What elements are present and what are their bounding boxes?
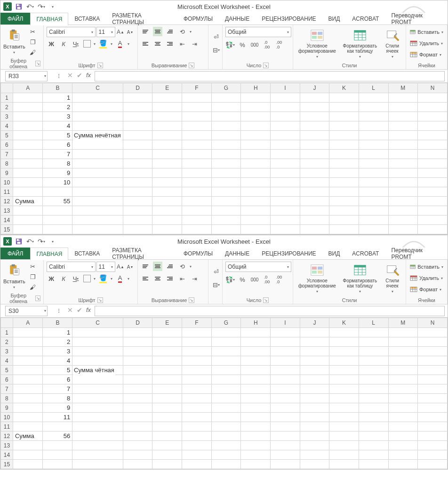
cell[interactable]: [388, 225, 418, 234]
cell[interactable]: [13, 140, 43, 150]
cell[interactable]: [271, 112, 300, 121]
cell[interactable]: [72, 150, 123, 159]
cell[interactable]: [13, 168, 43, 178]
accounting-button[interactable]: 💱▾: [225, 40, 235, 49]
align-right-icon[interactable]: [165, 39, 175, 48]
enter-icon[interactable]: ✔: [77, 306, 82, 316]
cell[interactable]: [359, 366, 388, 375]
cell[interactable]: [152, 403, 182, 413]
column-header[interactable]: B: [43, 318, 72, 328]
align-launcher[interactable]: ↘: [189, 297, 194, 303]
cell[interactable]: [329, 347, 359, 356]
cell[interactable]: [241, 206, 271, 216]
cell[interactable]: [418, 441, 448, 450]
copy-button[interactable]: ❐: [28, 272, 38, 281]
cell[interactable]: [271, 441, 300, 450]
ribbon-tab[interactable]: РЕЦЕНЗИРОВАНИЕ: [256, 247, 322, 259]
column-header[interactable]: D: [123, 83, 152, 93]
select-all-corner[interactable]: [1, 318, 13, 328]
comma-button[interactable]: 000: [250, 40, 259, 49]
cell[interactable]: [359, 441, 388, 450]
cell[interactable]: [72, 187, 123, 197]
decrease-font-icon[interactable]: A▼: [126, 27, 135, 37]
cell[interactable]: [241, 150, 271, 159]
column-header[interactable]: N: [418, 318, 448, 328]
cell[interactable]: [123, 375, 152, 384]
cell[interactable]: 10: [43, 178, 72, 187]
cell[interactable]: [152, 197, 182, 206]
cell[interactable]: [271, 328, 300, 337]
cell[interactable]: [329, 121, 359, 131]
cell[interactable]: [123, 103, 152, 112]
cell[interactable]: [211, 394, 241, 403]
cell[interactable]: [72, 112, 123, 121]
cell[interactable]: [123, 460, 152, 469]
cell[interactable]: [211, 375, 241, 384]
cell[interactable]: [359, 103, 388, 112]
cell[interactable]: [388, 178, 418, 187]
cell[interactable]: [271, 450, 300, 460]
qat-customize[interactable]: ▾: [48, 237, 57, 246]
cell[interactable]: [123, 93, 152, 103]
cell-styles-button[interactable]: Стили ячеек▾: [382, 27, 403, 60]
row-header[interactable]: 4: [1, 121, 13, 131]
cell[interactable]: [123, 206, 152, 216]
cell[interactable]: [123, 131, 152, 140]
ribbon-tab[interactable]: ACROBAT: [346, 247, 385, 259]
column-header[interactable]: G: [211, 83, 241, 93]
row-header[interactable]: 5: [1, 366, 13, 375]
cell[interactable]: [182, 112, 212, 121]
italic-button[interactable]: К: [59, 39, 68, 48]
column-header[interactable]: C: [72, 83, 123, 93]
cell[interactable]: 4: [43, 356, 72, 366]
fx-icon[interactable]: fx: [86, 72, 91, 81]
align-center-icon[interactable]: [153, 274, 162, 283]
cell[interactable]: [13, 121, 43, 131]
cell[interactable]: [123, 216, 152, 225]
cell[interactable]: [13, 347, 43, 356]
redo-button[interactable]: ↷▾: [37, 2, 46, 11]
cell[interactable]: [13, 112, 43, 121]
cell[interactable]: [241, 347, 271, 356]
cell[interactable]: [241, 112, 271, 121]
cell[interactable]: [182, 216, 212, 225]
cell[interactable]: [329, 422, 359, 431]
cell[interactable]: [271, 394, 300, 403]
cell[interactable]: [359, 375, 388, 384]
cell[interactable]: [329, 431, 359, 441]
cell[interactable]: [271, 150, 300, 159]
font-size-combo[interactable]: 11▾: [96, 27, 115, 37]
cell[interactable]: [123, 150, 152, 159]
align-right-icon[interactable]: [165, 274, 175, 283]
cell[interactable]: [388, 168, 418, 178]
cell[interactable]: [13, 384, 43, 394]
cell[interactable]: [211, 450, 241, 460]
cell[interactable]: [271, 413, 300, 422]
row-header[interactable]: 1: [1, 328, 13, 337]
cell[interactable]: [388, 187, 418, 197]
cell[interactable]: [241, 168, 271, 178]
cell[interactable]: [211, 159, 241, 168]
cell[interactable]: [418, 422, 448, 431]
cell[interactable]: [72, 413, 123, 422]
cell[interactable]: [329, 206, 359, 216]
cell[interactable]: [13, 403, 43, 413]
cell[interactable]: [418, 216, 448, 225]
bold-button[interactable]: Ж: [47, 39, 56, 48]
cell[interactable]: [241, 394, 271, 403]
cell[interactable]: [418, 206, 448, 216]
cell[interactable]: [13, 206, 43, 216]
cell[interactable]: [13, 159, 43, 168]
column-header[interactable]: K: [329, 318, 359, 328]
cell[interactable]: [418, 140, 448, 150]
cell[interactable]: [329, 337, 359, 347]
cell[interactable]: [300, 403, 329, 413]
cell[interactable]: [123, 422, 152, 431]
cell[interactable]: [359, 422, 388, 431]
cell[interactable]: [329, 413, 359, 422]
cell[interactable]: [271, 384, 300, 394]
clipboard-launcher[interactable]: ↘: [35, 295, 40, 301]
cell[interactable]: [388, 131, 418, 140]
decrease-font-icon[interactable]: A▼: [126, 262, 135, 271]
cell[interactable]: [241, 103, 271, 112]
